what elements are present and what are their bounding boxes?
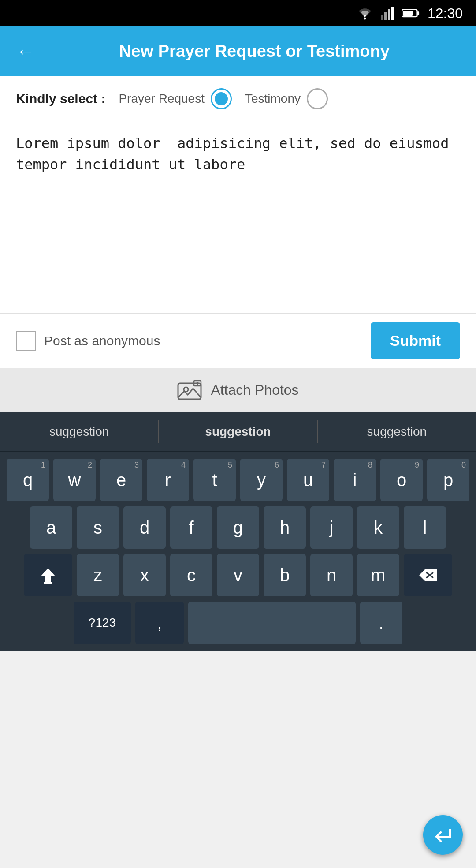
radio-row: Kindly select : Prayer Request Testimony (0, 76, 476, 122)
key-shift[interactable] (24, 554, 72, 596)
key-o[interactable]: 9o (380, 459, 423, 501)
key-d[interactable]: d (123, 506, 166, 549)
key-q[interactable]: 1q (7, 459, 49, 501)
key-backspace[interactable] (404, 554, 452, 596)
wifi-icon (357, 7, 373, 20)
battery-icon (402, 8, 420, 19)
signal-icon (381, 7, 394, 20)
key-u[interactable]: 7u (287, 459, 329, 501)
keyboard-row-4: ?123 , . (4, 602, 472, 644)
app-bar: ← New Prayer Request or Testimony (0, 26, 476, 76)
anonymous-label: Post as anonymous (44, 333, 160, 348)
text-area-container: Lorem ipsum dolor adipisicing elit, sed … (0, 122, 476, 313)
testimony-label: Testimony (245, 92, 301, 106)
key-b[interactable]: b (264, 554, 306, 596)
status-icons: 12:30 (357, 5, 463, 22)
key-l[interactable]: l (404, 506, 446, 549)
key-period[interactable]: . (360, 602, 402, 644)
keyboard-row-1: 1q 2w 3e 4r 5t 6y 7u 8i 9o 0p (4, 459, 472, 501)
key-w[interactable]: 2w (53, 459, 96, 501)
suggestion-3[interactable]: suggestion (318, 412, 476, 451)
key-j[interactable]: j (310, 506, 353, 549)
anonymous-checkbox-container[interactable]: Post as anonymous (16, 331, 362, 351)
status-bar: 12:30 (0, 0, 476, 26)
key-n[interactable]: n (310, 554, 353, 596)
anonymous-checkbox[interactable] (16, 331, 36, 351)
key-g[interactable]: g (217, 506, 259, 549)
key-c[interactable]: c (170, 554, 212, 596)
svg-marker-13 (41, 568, 55, 582)
svg-rect-14 (44, 582, 52, 584)
prayer-request-label: Prayer Request (119, 92, 205, 106)
svg-rect-3 (388, 9, 390, 20)
suggestion-2[interactable]: suggestion (159, 412, 317, 451)
prayer-text-input[interactable]: Lorem ipsum dolor adipisicing elit, sed … (16, 133, 460, 300)
key-h[interactable]: h (264, 506, 306, 549)
attach-photos-bar[interactable]: Attach Photos (0, 368, 476, 412)
key-i[interactable]: 8i (334, 459, 376, 501)
action-row: Post as anonymous Submit (0, 313, 476, 368)
key-r[interactable]: 4r (147, 459, 189, 501)
svg-point-0 (364, 18, 366, 20)
key-y[interactable]: 6y (240, 459, 283, 501)
svg-rect-2 (384, 12, 387, 20)
page-title: New Prayer Request or Testimony (48, 42, 460, 61)
shift-icon (39, 566, 57, 584)
key-space[interactable] (188, 602, 356, 644)
key-s[interactable]: s (77, 506, 119, 549)
keyboard-row-2: a s d f g h j k l (4, 506, 472, 549)
status-time: 12:30 (428, 5, 463, 22)
testimony-option[interactable]: Testimony (245, 88, 328, 109)
attach-photos-icon (177, 380, 202, 401)
kindly-select-label: Kindly select : (16, 91, 105, 106)
key-comma[interactable]: , (135, 602, 184, 644)
svg-rect-4 (391, 7, 394, 20)
key-t[interactable]: 5t (193, 459, 236, 501)
svg-rect-1 (381, 15, 383, 20)
key-x[interactable]: x (123, 554, 166, 596)
key-enter-fab[interactable] (423, 815, 463, 855)
prayer-request-option[interactable]: Prayer Request (119, 88, 232, 109)
key-a[interactable]: a (30, 506, 72, 549)
submit-button[interactable]: Submit (371, 322, 460, 359)
key-m[interactable]: m (357, 554, 399, 596)
content-area: Kindly select : Prayer Request Testimony… (0, 76, 476, 313)
suggestions-row: suggestion suggestion suggestion (0, 412, 476, 452)
keyboard-row-3: z x c v b n m (4, 554, 472, 596)
backspace-icon (418, 568, 438, 582)
key-p[interactable]: 0p (427, 459, 469, 501)
key-k[interactable]: k (357, 506, 399, 549)
key-symbols[interactable]: ?123 (74, 602, 131, 644)
suggestion-1[interactable]: suggestion (0, 412, 158, 451)
testimony-radio[interactable] (307, 88, 328, 109)
prayer-request-radio[interactable] (211, 88, 232, 109)
keyboard: 1q 2w 3e 4r 5t 6y 7u 8i 9o 0p a s d f g … (0, 452, 476, 651)
key-f[interactable]: f (170, 506, 212, 549)
key-e[interactable]: 3e (100, 459, 142, 501)
enter-icon (433, 825, 453, 845)
attach-photos-label: Attach Photos (211, 382, 298, 398)
key-z[interactable]: z (77, 554, 119, 596)
svg-rect-7 (403, 11, 413, 16)
key-v[interactable]: v (217, 554, 259, 596)
back-button[interactable]: ← (16, 41, 35, 61)
svg-rect-6 (417, 11, 419, 15)
